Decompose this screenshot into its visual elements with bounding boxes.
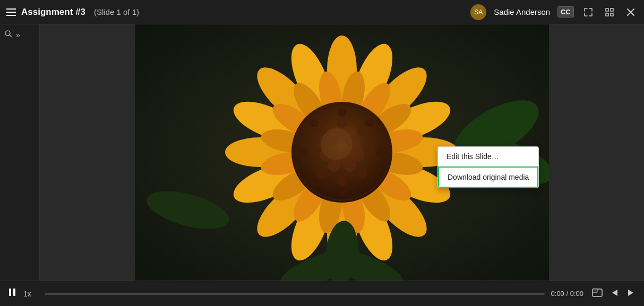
search-icon xyxy=(4,30,13,40)
bottom-right-controls xyxy=(590,287,637,300)
svg-rect-1 xyxy=(611,8,613,11)
svg-rect-3 xyxy=(611,13,613,16)
pause-button[interactable] xyxy=(7,287,17,300)
close-button[interactable] xyxy=(624,6,638,18)
next-button[interactable] xyxy=(625,288,637,300)
svg-rect-0 xyxy=(606,8,608,11)
hamburger-menu-icon[interactable] xyxy=(6,8,16,16)
cc-button[interactable]: CC xyxy=(557,6,574,18)
avatar: SA xyxy=(470,4,486,20)
svg-point-59 xyxy=(338,108,346,117)
content-area: Edit this Slide… Download original media xyxy=(40,24,644,281)
svg-point-51 xyxy=(337,118,347,128)
svg-marker-75 xyxy=(612,290,617,296)
main-layout: » xyxy=(0,24,644,281)
svg-rect-71 xyxy=(9,288,11,296)
svg-point-64 xyxy=(310,177,319,186)
sidebar-arrow-icon[interactable]: » xyxy=(16,31,20,39)
svg-point-62 xyxy=(365,177,374,186)
expand-icon[interactable] xyxy=(581,6,595,18)
svg-point-63 xyxy=(338,188,346,196)
svg-point-56 xyxy=(316,168,327,179)
speed-label: 1x xyxy=(23,290,38,298)
svg-marker-76 xyxy=(628,290,633,296)
svg-point-65 xyxy=(299,148,308,156)
svg-point-66 xyxy=(310,119,319,127)
svg-rect-74 xyxy=(593,289,597,293)
svg-point-54 xyxy=(357,168,367,179)
svg-point-46 xyxy=(351,148,364,161)
download-media-menu-item[interactable]: Download original media xyxy=(438,167,538,188)
slide-subtitle: (Slide 1 of 1) xyxy=(94,7,139,16)
svg-point-48 xyxy=(328,159,340,172)
captions-button[interactable] xyxy=(590,287,605,300)
svg-point-61 xyxy=(376,148,384,156)
edit-slide-menu-item[interactable]: Edit this Slide… xyxy=(438,147,538,166)
context-menu: Edit this Slide… Download original media xyxy=(437,146,539,188)
svg-point-52 xyxy=(357,126,367,136)
assignment-title: Assignment #3 xyxy=(21,7,85,18)
slide-image: Edit this Slide… Download original media xyxy=(135,24,549,281)
svg-rect-72 xyxy=(13,288,15,296)
bottom-bar: 1x 0:00 / 0:00 xyxy=(0,281,644,306)
user-name: Sadie Anderson xyxy=(494,7,550,16)
svg-point-57 xyxy=(309,147,320,158)
svg-rect-2 xyxy=(606,13,608,16)
time-display: 0:00 / 0:00 xyxy=(551,290,583,298)
progress-bar[interactable] xyxy=(45,293,545,295)
header: Assignment #3 (Slide 1 of 1) SA Sadie An… xyxy=(0,0,644,24)
svg-point-60 xyxy=(365,119,374,127)
header-left: Assignment #3 (Slide 1 of 1) xyxy=(6,7,470,18)
header-right: SA Sadie Anderson CC xyxy=(470,4,638,20)
svg-point-47 xyxy=(344,159,356,172)
sidebar-search[interactable]: » xyxy=(4,30,35,40)
fullscreen-icon[interactable] xyxy=(603,6,616,18)
prev-button[interactable] xyxy=(609,288,621,300)
svg-point-55 xyxy=(337,176,347,187)
sidebar: » xyxy=(0,24,40,281)
svg-point-67 xyxy=(321,128,353,160)
svg-point-53 xyxy=(364,147,375,158)
